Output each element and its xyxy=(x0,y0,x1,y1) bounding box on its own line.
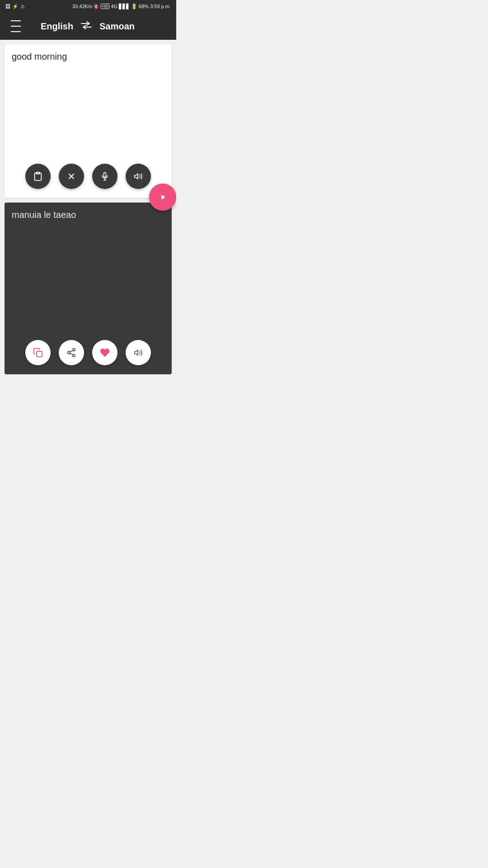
input-text[interactable]: good morning xyxy=(12,52,164,155)
share-button[interactable] xyxy=(59,340,84,365)
svg-rect-1 xyxy=(36,172,39,174)
signal-4g-icon: 4G xyxy=(111,4,117,9)
hamburger-icon xyxy=(11,20,21,21)
input-panel: good morning xyxy=(5,44,172,198)
svg-line-3 xyxy=(69,174,74,179)
svg-marker-15 xyxy=(135,350,138,355)
warning-icon: ⚠ xyxy=(20,4,25,9)
toolbar: English Samoan xyxy=(0,13,176,40)
output-action-buttons xyxy=(12,340,164,367)
signal-bars-icon: ▋▋▋ xyxy=(119,4,130,9)
battery-percent: 68% xyxy=(139,4,149,9)
source-language[interactable]: English xyxy=(41,21,73,32)
svg-marker-8 xyxy=(161,195,165,200)
output-text: manuia le taeao xyxy=(12,210,164,331)
mic-button[interactable] xyxy=(92,164,117,189)
mute-icon: 🔇 xyxy=(93,4,99,9)
swap-button[interactable] xyxy=(80,21,92,32)
svg-rect-0 xyxy=(37,172,39,174)
hamburger-icon xyxy=(11,26,21,27)
svg-line-2 xyxy=(69,174,74,179)
network-speed: 33.42K/s xyxy=(72,4,92,9)
favorite-button[interactable] xyxy=(92,340,117,365)
copy-button[interactable] xyxy=(25,340,51,365)
svg-rect-9 xyxy=(37,351,42,357)
svg-rect-4 xyxy=(104,173,106,177)
hd-label: HD xyxy=(101,4,109,9)
svg-line-13 xyxy=(70,353,73,355)
speak-input-button[interactable] xyxy=(126,164,151,189)
input-action-buttons xyxy=(12,164,164,191)
usb-icon: ⚡ xyxy=(12,4,19,9)
svg-marker-7 xyxy=(135,174,138,179)
target-language[interactable]: Samoan xyxy=(99,21,135,32)
clear-button[interactable] xyxy=(59,164,84,189)
menu-button[interactable] xyxy=(9,17,23,35)
language-selector: English Samoan xyxy=(41,21,135,32)
svg-line-14 xyxy=(70,350,73,352)
battery-icon: 🔋 xyxy=(131,4,137,9)
svg-point-12 xyxy=(73,354,75,357)
speak-output-button[interactable] xyxy=(126,340,151,365)
time: 3:59 p.m. xyxy=(150,4,171,9)
svg-point-11 xyxy=(68,351,70,354)
send-button[interactable] xyxy=(149,184,176,211)
status-bar: 🖼 ⚡ ⚠ 33.42K/s 🔇 HD 4G ▋▋▋ 🔋 68% 3:59 p.… xyxy=(0,0,176,13)
status-right: 33.42K/s 🔇 HD 4G ▋▋▋ 🔋 68% 3:59 p.m. xyxy=(72,4,171,9)
status-left-icons: 🖼 ⚡ ⚠ xyxy=(5,4,25,9)
hamburger-icon xyxy=(11,31,21,32)
clipboard-button[interactable] xyxy=(25,164,51,189)
svg-point-10 xyxy=(73,349,75,351)
output-panel: manuia le taeao xyxy=(5,203,172,374)
image-icon: 🖼 xyxy=(5,4,10,9)
